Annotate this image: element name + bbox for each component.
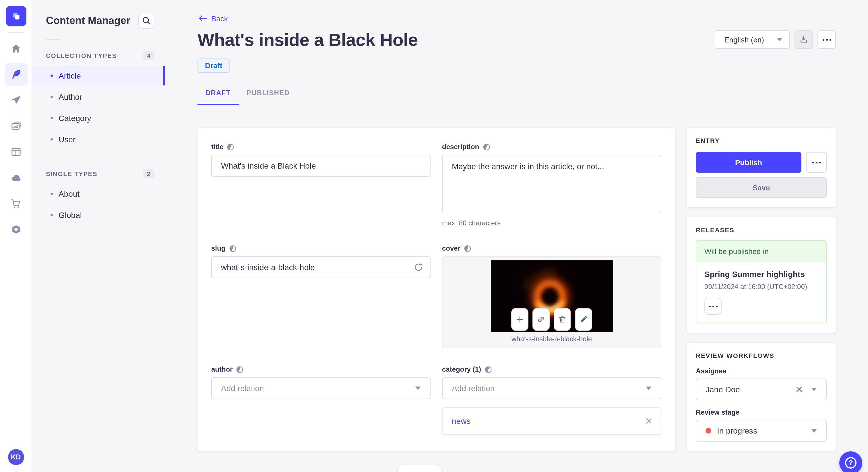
back-label: Back: [211, 14, 228, 23]
chevron-down-icon: [811, 429, 817, 432]
author-relation-select[interactable]: Add relation: [211, 377, 431, 399]
cover-copy-link-button[interactable]: [532, 308, 550, 331]
rail-divider: [8, 32, 24, 33]
sidebar-item-label: About: [59, 189, 80, 198]
home-icon: [10, 43, 22, 55]
sidebar-item-user[interactable]: User: [32, 130, 165, 149]
user-avatar[interactable]: KD: [8, 449, 24, 465]
assignee-label: Assignee: [696, 367, 827, 375]
sidebar-item-label: Global: [59, 210, 82, 220]
bullet-icon: [51, 138, 53, 140]
regenerate-slug-button[interactable]: [412, 261, 425, 274]
sidebar-item-global[interactable]: Global: [32, 205, 165, 225]
search-button[interactable]: [138, 12, 154, 29]
cover-actions: [511, 308, 592, 331]
collection-types-header: COLLECTION TYPES 4: [46, 51, 154, 60]
entry-panel: ENTRY Publish Save: [687, 128, 836, 207]
review-stage-select[interactable]: In progress: [696, 420, 827, 442]
sidebar-item-about[interactable]: About: [32, 184, 165, 204]
header-more-button[interactable]: [817, 30, 836, 49]
content-type-builder-icon: [10, 146, 22, 158]
category-field-label: category (1): [442, 365, 481, 373]
sidebar-item-label: User: [59, 135, 75, 144]
chevron-down-icon: [646, 386, 652, 390]
nav-releases[interactable]: [4, 89, 27, 112]
locale-select[interactable]: English (en): [714, 30, 790, 49]
settings-gear-icon: [10, 224, 22, 235]
back-arrow-icon: [197, 14, 207, 23]
media-library-icon: [10, 121, 22, 132]
header-actions: English (en): [714, 30, 836, 49]
release-name: Spring Summer highlights: [704, 270, 818, 279]
assignee-select[interactable]: Jane Doe: [696, 378, 827, 400]
app-root: KD Content Manager COLLECTION TYPES 4 Ar…: [0, 0, 868, 472]
collection-types-label: COLLECTION TYPES: [46, 52, 117, 59]
category-relation-item: news: [442, 407, 661, 435]
slug-input[interactable]: [211, 256, 431, 278]
nav-media-library[interactable]: [4, 115, 27, 138]
search-icon: [142, 16, 151, 25]
nav-content-type-builder[interactable]: [4, 140, 27, 164]
sidebar-item-author[interactable]: Author: [32, 87, 165, 107]
title-input[interactable]: [211, 155, 431, 177]
tab-draft[interactable]: DRAFT: [197, 83, 239, 105]
sidebar-divider: [46, 39, 60, 40]
category-relation-select[interactable]: Add relation: [442, 377, 661, 399]
strapi-logo[interactable]: [5, 6, 26, 26]
review-stage-label: Review stage: [696, 408, 827, 416]
sidebar-item-label: Category: [59, 113, 91, 123]
status-badge: Draft: [197, 59, 230, 73]
main-content: Back What's inside a Black Hole English …: [165, 0, 868, 472]
cover-add-button[interactable]: [511, 308, 528, 331]
review-workflows-panel: REVIEW WORKFLOWS Assignee Jane Doe Revie…: [687, 343, 836, 451]
back-link[interactable]: Back: [197, 14, 228, 23]
author-field-label: author: [211, 365, 233, 373]
sidebar-item-category[interactable]: Category: [32, 108, 165, 128]
save-button[interactable]: Save: [696, 177, 827, 198]
globe-icon: [483, 143, 490, 150]
bullet-icon: [51, 214, 53, 216]
entry-form-card: title description Maybe the answer is in…: [197, 128, 675, 451]
bottom-cutoff-card: [398, 465, 441, 472]
review-panel-title: REVIEW WORKFLOWS: [696, 352, 827, 359]
author-placeholder: Add relation: [221, 384, 264, 393]
refresh-icon: [413, 262, 424, 272]
more-dots-icon: [812, 162, 820, 163]
nav-settings[interactable]: [4, 218, 27, 241]
cover-edit-button[interactable]: [575, 308, 592, 331]
nav-rail: KD: [0, 0, 32, 472]
content-manager-feather-icon: [10, 69, 22, 80]
globe-icon: [236, 366, 244, 373]
tab-published[interactable]: PUBLISHED: [239, 83, 298, 105]
nav-home[interactable]: [4, 37, 27, 60]
cover-filename: what-s-inside-a-black-hole: [512, 335, 592, 343]
stage-value: In progress: [717, 426, 757, 435]
nav-marketplace[interactable]: [4, 192, 27, 215]
release-more-button[interactable]: [704, 298, 722, 315]
sidebar-item-label: Article: [59, 71, 81, 80]
trash-icon: [558, 315, 567, 324]
relation-link-news[interactable]: news: [452, 416, 470, 426]
chevron-down-icon: [777, 38, 782, 41]
version-tabs: DRAFT PUBLISHED: [197, 83, 836, 105]
export-button[interactable]: [795, 30, 813, 49]
release-status-banner: Will be published in: [696, 241, 826, 262]
more-dots-icon: [823, 39, 831, 40]
sidebar-title: Content Manager: [46, 14, 130, 27]
category-placeholder: Add relation: [452, 384, 495, 393]
question-mark-icon: ?: [845, 457, 857, 469]
nav-deploy[interactable]: [4, 166, 27, 189]
field-description: description Maybe the answer is in this …: [442, 143, 661, 227]
entry-more-button[interactable]: [806, 152, 827, 173]
description-textarea[interactable]: Maybe the answer is in this article, or …: [442, 155, 661, 213]
clear-icon[interactable]: [795, 385, 803, 394]
content-manager-sidebar: Content Manager COLLECTION TYPES 4 Artic…: [32, 0, 165, 472]
publish-button[interactable]: Publish: [696, 152, 801, 173]
globe-icon: [464, 245, 471, 252]
remove-relation-button[interactable]: [645, 417, 653, 425]
sidebar-item-article[interactable]: Article: [32, 66, 165, 86]
single-types-count-badge: 2: [143, 169, 154, 178]
help-button[interactable]: ?: [839, 451, 862, 472]
cover-delete-button[interactable]: [554, 308, 571, 331]
nav-content-manager[interactable]: [4, 63, 27, 86]
